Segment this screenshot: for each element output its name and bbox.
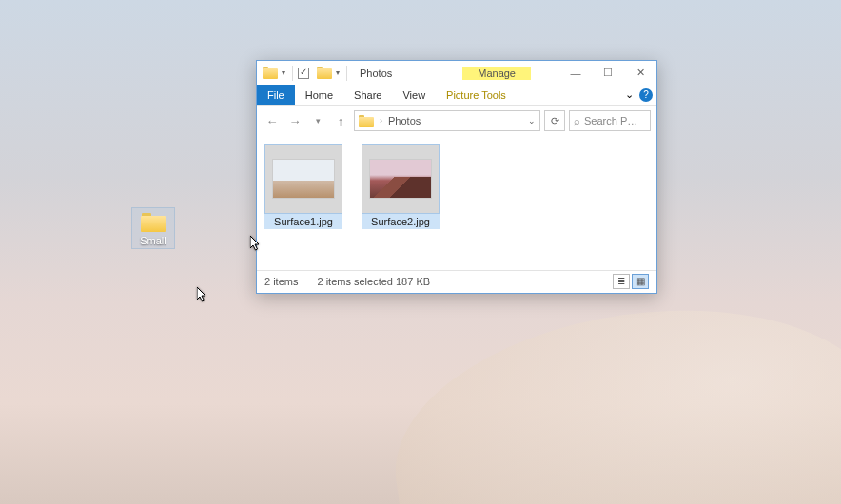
cursor-icon [197, 287, 208, 304]
chevron-right-icon[interactable]: › [380, 116, 382, 126]
ribbon-tab-picture-tools[interactable]: Picture Tools [436, 85, 517, 105]
desktop-icon-label: Small [132, 235, 174, 246]
desktop-folder-small[interactable]: Small [131, 207, 175, 249]
close-button[interactable]: ✕ [624, 61, 656, 85]
search-icon: ⌕ [574, 115, 580, 126]
address-history-dropdown-icon[interactable]: ⌄ [528, 116, 536, 126]
breadcrumb[interactable]: Photos [388, 115, 420, 126]
ribbon-collapse-icon[interactable]: ⌄ [625, 88, 634, 101]
file-item-surface2[interactable]: Surface2.jpg [362, 144, 440, 229]
help-icon[interactable]: ? [639, 88, 653, 102]
titlebar[interactable]: ▾ ▾ Photos Manage — ☐ ✕ [257, 61, 656, 85]
ribbon-tab-share[interactable]: Share [343, 85, 392, 105]
address-bar[interactable]: › Photos ⌄ [354, 110, 540, 131]
qat-properties-icon[interactable] [298, 68, 309, 79]
folder-icon [263, 67, 278, 79]
recent-locations-button[interactable]: ▾ [308, 111, 327, 130]
ribbon-tab-view[interactable]: View [392, 85, 436, 105]
file-item-surface1[interactable]: Surface1.jpg [264, 144, 342, 229]
qat-customize-icon[interactable]: ▾ [336, 68, 343, 77]
qat-new-folder-icon[interactable] [317, 67, 332, 79]
ribbon-tab-file[interactable]: File [257, 85, 295, 105]
details-view-button[interactable]: ≣ [613, 274, 630, 289]
folder-icon [141, 213, 166, 232]
ribbon: File Home Share View Picture Tools ⌄ ? [257, 85, 656, 106]
selection-info: 2 items selected 187 KB [317, 276, 430, 287]
item-count: 2 items [264, 276, 298, 287]
ribbon-tab-home[interactable]: Home [295, 85, 343, 105]
file-name: Surface2.jpg [362, 214, 440, 229]
search-input[interactable]: ⌕ Search P… [569, 110, 651, 131]
quick-access-dropdown-icon[interactable]: ▾ [282, 68, 289, 77]
refresh-button[interactable]: ⟳ [544, 110, 565, 131]
file-explorer-window: ▾ ▾ Photos Manage — ☐ ✕ File Home Share … [256, 60, 657, 294]
window-title: Photos [360, 68, 392, 79]
search-placeholder: Search P… [584, 115, 637, 126]
back-button[interactable]: ← [263, 111, 282, 130]
navigation-bar: ← → ▾ ↑ › Photos ⌄ ⟳ ⌕ Search P… [257, 106, 656, 136]
forward-button[interactable]: → [285, 111, 304, 130]
minimize-button[interactable]: — [559, 61, 592, 85]
image-thumbnail [272, 159, 335, 199]
icons-view-button[interactable]: ▦ [632, 274, 649, 289]
status-bar: 2 items 2 items selected 187 KB ≣ ▦ [257, 270, 656, 291]
folder-icon [359, 115, 374, 127]
file-name: Surface1.jpg [264, 214, 342, 229]
up-button[interactable]: ↑ [331, 111, 350, 130]
file-list[interactable]: Surface1.jpg Surface2.jpg [257, 136, 656, 270]
contextual-manage-tab[interactable]: Manage [462, 67, 531, 80]
image-thumbnail [369, 159, 432, 199]
maximize-button[interactable]: ☐ [592, 61, 624, 85]
